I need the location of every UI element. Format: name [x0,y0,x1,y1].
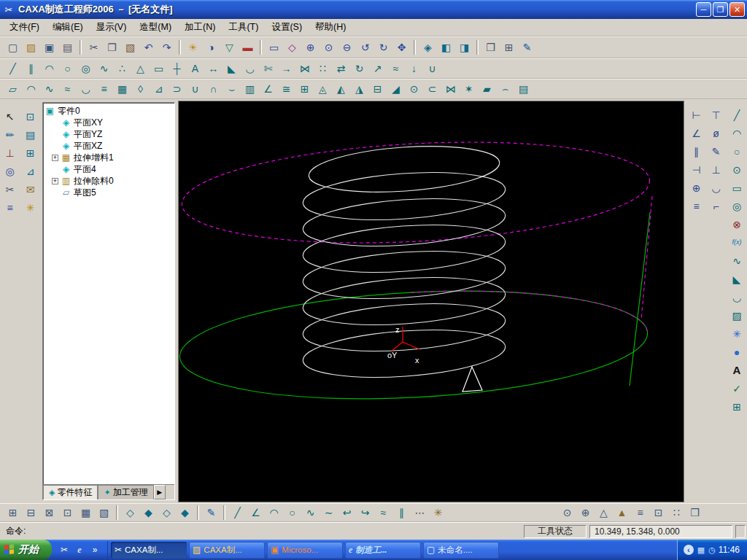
task-microsoft[interactable]: ▣ Microso... [267,542,343,559]
menu-machining[interactable]: 加工(N) [178,19,222,36]
toolbar-icon[interactable] [197,505,199,520]
tree-item-plane-xy[interactable]: ◈ 平面XY [52,117,173,128]
constrain-parallel-icon[interactable]: ≡ [688,198,705,214]
tree-item-part0[interactable]: ▣ 零件0 [44,105,173,117]
dim-vertical-icon[interactable]: ⊤ [708,106,724,123]
erase-icon[interactable]: ⊗ [729,216,746,233]
circle-tool-icon[interactable]: ○ [729,143,746,160]
tree-expander-icon[interactable]: + [52,155,58,161]
constrain-perp-icon[interactable]: ⌐ [708,198,724,214]
wireframe-mode-icon[interactable]: ◑ [203,39,220,56]
spray-icon[interactable]: ✳ [729,325,746,342]
extrude-icon[interactable]: ⊞ [296,81,313,98]
rotate-cw-icon[interactable]: ↻ [375,39,392,56]
3d-viewport[interactable]: z oY x [178,101,684,502]
combine-icon[interactable]: ∪ [424,61,441,77]
droplet-icon[interactable]: ● [729,343,746,360]
view-right-icon[interactable]: ⊡ [59,505,76,521]
quicklaunch-ie-icon[interactable]: e [73,542,86,557]
trim-surface-icon[interactable]: ⊿ [150,81,167,98]
menu-model[interactable]: 造型(M) [133,19,178,36]
tray-clock[interactable]: ◷ 11:46 [708,545,740,555]
sk-arc-icon[interactable]: ◠ [266,505,282,521]
rectangle-icon[interactable]: ▭ [150,61,167,77]
toolbar-icon[interactable] [260,40,262,55]
quicklaunch-caxa-icon[interactable]: ✂ [58,542,71,557]
chamfer-icon[interactable]: ◣ [223,61,240,77]
start-button[interactable]: 开始 [0,540,52,560]
tree-item-extrude-cut0[interactable]: + ▥ 拉伸除料0 [52,175,173,187]
redo-icon[interactable]: ↷ [158,39,175,56]
text-icon[interactable]: A [187,61,204,77]
zoom-out-icon[interactable]: ⊖ [338,39,355,56]
array-icon[interactable]: ∷ [314,61,331,77]
cone-icon[interactable]: △ [595,505,612,521]
loft-solid-icon[interactable]: ◮ [351,81,368,98]
ellipse-icon[interactable]: ◎ [77,61,94,77]
thicken-icon[interactable]: ▰ [479,81,495,98]
toolbar-icon[interactable] [414,40,416,55]
lofted-surface-icon[interactable]: ≈ [59,81,76,98]
quicklaunch-expand-icon[interactable]: » [88,542,101,557]
redraw-icon[interactable]: ▭ [266,39,282,56]
dynamic-rotate-icon[interactable]: ◇ [284,39,301,56]
toolbar-icon[interactable] [179,40,181,55]
window-cascade-icon[interactable]: ❒ [686,505,703,521]
fillet-tool-icon[interactable]: ◡ [729,289,746,306]
restore-icon[interactable]: ❐ [713,2,728,17]
dim-radius-icon[interactable]: ø [708,125,724,141]
sketch-icon[interactable]: ✎ [519,39,535,56]
line-icon[interactable]: ╱ [4,61,21,77]
sk-angle-icon[interactable]: ∠ [247,505,264,521]
grid-icon[interactable]: ⊞ [22,144,39,161]
close-icon[interactable]: ✕ [729,2,745,17]
extend-icon[interactable]: → [278,61,295,77]
arc-tool-icon[interactable]: ◠ [729,125,746,141]
rotate-icon[interactable]: ↻ [351,61,368,77]
toolbar-icon[interactable] [116,505,118,520]
plane-yz-icon[interactable]: ◆ [140,505,157,521]
macro-icon[interactable]: ✳ [22,199,39,216]
curve-mesh-icon[interactable]: ▤ [515,81,532,98]
pan-icon[interactable]: ✥ [393,39,410,56]
snap-icon[interactable]: ◎ [1,163,18,179]
centerline-icon[interactable]: ┼ [169,61,185,77]
sk-star-icon[interactable]: ✳ [430,505,446,521]
color-palette-icon[interactable]: ▬ [239,39,256,56]
tree-item-sketch5[interactable]: ▱ 草图5 [52,187,173,198]
sk-circle-icon[interactable]: ○ [284,505,301,521]
text-tool-icon[interactable]: A [729,362,746,378]
constrain-v-icon[interactable]: ⊥ [708,161,724,178]
cut-icon[interactable]: ✂ [85,39,102,56]
plane-3pt-icon[interactable]: ◆ [177,505,193,521]
boundary-surface-icon[interactable]: ◡ [77,81,94,98]
tree-expander-icon[interactable]: + [52,178,58,184]
dim-align-icon[interactable]: ∥ [688,143,705,160]
revolved-surface-icon[interactable]: ◠ [23,81,39,98]
task-untitled[interactable]: ▢ 未命名.... [423,542,499,559]
copy-icon[interactable]: ❐ [104,39,120,56]
chamfer-tool-icon[interactable]: ◣ [729,271,746,287]
view-front-icon[interactable]: ⊞ [4,505,21,521]
sk-offset-icon[interactable]: ≈ [375,505,392,521]
constrain-tangent-icon[interactable]: ◡ [708,179,724,196]
dim-angle-icon[interactable]: ∠ [688,125,705,141]
split-icon[interactable]: ⌢ [497,81,514,98]
sk-line-icon[interactable]: ╱ [229,505,246,521]
rect-tool-icon[interactable]: ▭ [729,179,746,196]
fillet-surface-icon[interactable]: ∩ [205,81,222,98]
array-grid-icon[interactable]: ∷ [668,505,685,521]
layer-icon[interactable]: ≡ [1,199,18,216]
menu-help[interactable]: 帮助(H) [309,19,352,36]
cube-icon[interactable]: ⊡ [650,505,667,521]
menu-settings[interactable]: 设置(S) [265,19,309,36]
tile-window-icon[interactable]: ⊞ [500,39,517,56]
menu-tools[interactable]: 工具(T) [222,19,265,36]
tree-item-plane-xz[interactable]: ◈ 平面XZ [52,140,173,152]
sk-dots-icon[interactable]: ⋯ [411,505,428,521]
planar-surface-icon[interactable]: ▥ [241,81,258,98]
translate-icon[interactable]: ⇄ [333,61,349,77]
sk-wave-icon[interactable]: ∼ [320,505,337,521]
hole-axis-icon[interactable]: ⊙ [559,505,576,521]
toolbar-icon[interactable] [476,40,479,55]
